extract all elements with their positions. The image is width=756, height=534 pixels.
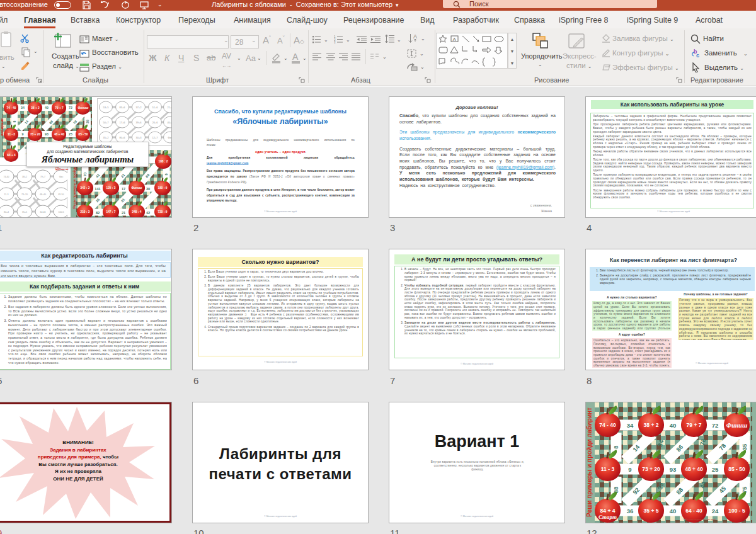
svg-text:72: 72 (69, 106, 72, 110)
svg-text:38+2: 38+2 (22, 176, 27, 178)
svg-text:39+6: 39+6 (135, 121, 142, 124)
svg-text:35: 35 (86, 120, 89, 123)
svg-text:25: 25 (712, 466, 719, 473)
svg-text:37+2: 37+2 (135, 106, 142, 109)
svg-text:30: 30 (146, 187, 150, 191)
svg-text:83+6: 83+6 (119, 106, 125, 109)
svg-text:40+8: 40+8 (167, 121, 172, 124)
svg-text:21: 21 (122, 211, 125, 215)
svg-text:85-50: 85-50 (58, 193, 64, 196)
svg-text:53+5: 53+5 (103, 106, 109, 109)
svg-text:26+6: 26+6 (152, 121, 158, 124)
svg-text:8: 8 (612, 445, 619, 448)
svg-text:34: 34 (656, 439, 665, 448)
svg-text:34: 34 (21, 106, 25, 110)
svg-text:12+7: 12+7 (152, 136, 158, 139)
svg-text:8: 8 (164, 173, 168, 175)
svg-text:25: 25 (69, 132, 72, 136)
svg-text:40: 40 (670, 422, 677, 429)
svg-text:48+40: 48+40 (40, 193, 46, 196)
svg-text:Фин: Фин (168, 136, 172, 139)
svg-text:82: 82 (96, 211, 100, 215)
svg-text:34: 34 (627, 422, 634, 429)
svg-text:3: 3 (334, 41, 336, 43)
svg-text:80+6: 80+6 (119, 136, 125, 139)
svg-text:42: 42 (146, 211, 150, 215)
svg-text:9: 9 (628, 466, 631, 473)
svg-text:39: 39 (656, 482, 665, 490)
svg-text:30+3: 30+3 (135, 136, 142, 139)
svg-text:11-3: 11-3 (4, 193, 9, 196)
svg-text:24: 24 (712, 508, 719, 514)
svg-text:141: 141 (94, 187, 100, 191)
svg-text:35+5: 35+5 (22, 211, 27, 213)
svg-text:93: 93 (45, 132, 49, 136)
svg-text:21+8: 21+8 (167, 106, 172, 109)
svg-text:8: 8 (13, 120, 16, 122)
svg-text:76: 76 (699, 438, 707, 446)
svg-text:64-40: 64-40 (40, 211, 45, 213)
svg-text:40: 40 (45, 106, 49, 110)
svg-text:36: 36 (627, 508, 634, 514)
svg-text:72: 72 (712, 422, 719, 429)
svg-text:17: 17 (122, 187, 125, 191)
svg-text:93: 93 (670, 466, 677, 473)
svg-text:50+7: 50+7 (103, 121, 109, 124)
svg-text:44: 44 (699, 480, 707, 489)
svg-text:17+6: 17+6 (119, 121, 125, 124)
svg-text:100-5: 100-5 (58, 211, 64, 213)
svg-text:Фин: Фин (59, 176, 64, 178)
svg-text:A: A (453, 37, 457, 42)
svg-text:51+6: 51+6 (152, 106, 158, 109)
svg-text:40: 40 (670, 508, 677, 514)
svg-text:73+20: 73+20 (21, 193, 28, 196)
svg-text:c: c (696, 52, 699, 59)
svg-text:79+7: 79+7 (40, 176, 45, 178)
svg-text:84+4: 84+4 (4, 211, 9, 213)
svg-text:74-40: 74-40 (3, 176, 9, 178)
svg-text:70: 70 (83, 173, 87, 176)
svg-text:35+2: 35+2 (103, 136, 109, 139)
svg-text:9: 9 (22, 132, 24, 136)
